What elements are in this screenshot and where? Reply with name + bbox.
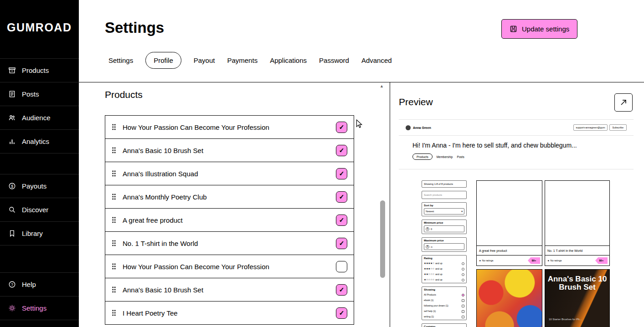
- preview-section-title: Preview: [399, 97, 433, 107]
- tab-payout[interactable]: Payout: [194, 52, 215, 68]
- product-visible-checkbox[interactable]: [336, 122, 347, 133]
- tab-profile[interactable]: Profile: [145, 52, 181, 69]
- sidebar-item-help[interactable]: ? Help: [0, 273, 79, 296]
- product-card[interactable]: No. 1 T-shirt in the World ★ No ratings …: [545, 180, 610, 266]
- sort-value: Newest: [426, 210, 434, 213]
- category-checkbox[interactable]: [462, 299, 464, 302]
- sidebar-item-discover[interactable]: Discover: [0, 198, 79, 222]
- product-card-image-paint[interactable]: [476, 269, 542, 327]
- update-settings-button[interactable]: Update settings: [501, 19, 577, 39]
- min-price-label: Minimum price: [424, 221, 464, 224]
- rating-radio[interactable]: [462, 273, 464, 276]
- store-tab-membership[interactable]: Membership: [437, 155, 453, 158]
- rating-option-label: and up: [435, 262, 442, 265]
- showing-option-label: writing (1): [424, 315, 434, 318]
- product-name: No. 1 T-shirt in the World: [123, 240, 198, 247]
- product-card-image-brush-set[interactable]: Anna's Basic 10 Brush Set 10 Starter Bru…: [545, 269, 610, 327]
- open-preview-button[interactable]: [614, 93, 633, 112]
- store-filters: Showing 1-8 of 8 products Search product…: [422, 180, 467, 327]
- drag-handle-icon[interactable]: [112, 216, 116, 224]
- store-tab-products[interactable]: Products: [412, 153, 433, 160]
- showing-option-label: ebook (1): [424, 299, 433, 302]
- category-checkbox[interactable]: [462, 305, 464, 307]
- product-rating: No ratings: [482, 259, 493, 262]
- product-visible-checkbox[interactable]: [336, 145, 347, 156]
- drag-handle-icon[interactable]: [112, 309, 116, 317]
- product-visible-checkbox[interactable]: [336, 284, 347, 296]
- tab-payments[interactable]: Payments: [227, 52, 258, 68]
- creator-name: Anna Green: [413, 126, 431, 129]
- tab-applications[interactable]: Applications: [270, 52, 307, 68]
- category-checkbox[interactable]: [462, 316, 464, 318]
- min-price-input[interactable]: $ 0: [424, 225, 464, 232]
- drag-handle-icon[interactable]: [112, 193, 116, 200]
- max-price-value: ∞: [431, 245, 433, 248]
- settings-tabs: Settings Profile Payout Payments Applica…: [108, 52, 392, 69]
- product-thumbnail: [545, 181, 609, 246]
- product-row: How Your Passion Can Become Your Profess…: [105, 255, 354, 278]
- rating-option: ★★☆☆☆ and up: [424, 273, 464, 276]
- sidebar-item-posts[interactable]: Posts: [0, 82, 79, 106]
- stars-icon: ★★☆☆☆: [424, 273, 434, 276]
- scrollbar-thumb[interactable]: [380, 200, 385, 278]
- drag-handle-icon[interactable]: [112, 147, 116, 154]
- sidebar-item-payouts[interactable]: $ Payouts: [0, 174, 79, 198]
- sort-select[interactable]: Newest ▾: [424, 208, 464, 215]
- all-products-radio[interactable]: [462, 294, 464, 296]
- products-section-title: Products: [105, 89, 143, 100]
- tab-settings[interactable]: Settings: [108, 52, 133, 68]
- category-checkbox[interactable]: [462, 310, 464, 313]
- sidebar-item-library[interactable]: Library: [0, 222, 79, 245]
- product-visible-checkbox[interactable]: [336, 191, 347, 203]
- drag-handle-icon[interactable]: [112, 123, 116, 131]
- contains-filter: Contains: [422, 323, 467, 327]
- product-visible-checkbox[interactable]: [336, 168, 347, 179]
- product-row: Anna's Illustration Squad: [105, 162, 354, 185]
- payouts-icon: $: [8, 182, 16, 190]
- product-visible-checkbox[interactable]: [336, 238, 347, 249]
- product-row: Anna's Basic 10 Brush Set: [105, 278, 354, 301]
- rating-filter: Rating ★★★★☆ and up ★★★☆☆ and up ★★: [422, 255, 467, 283]
- max-price-input[interactable]: $ ∞: [424, 243, 464, 250]
- rating-radio[interactable]: [462, 262, 464, 265]
- drag-handle-icon[interactable]: [112, 240, 116, 247]
- tab-advanced[interactable]: Advanced: [361, 52, 392, 68]
- sidebar-section-gap: [0, 153, 79, 174]
- subscribe-button[interactable]: Subscribe: [609, 124, 627, 131]
- scroll-up-arrow-icon[interactable]: ▲: [380, 84, 384, 88]
- sidebar-item-products[interactable]: Products: [0, 59, 79, 82]
- rating-radio[interactable]: [462, 279, 464, 281]
- gumroad-logo[interactable]: GUMROAD: [7, 21, 72, 34]
- product-row: I Heart Poetry Tee: [105, 301, 354, 325]
- panel-divider: [390, 82, 390, 327]
- posts-icon: [8, 90, 16, 98]
- drag-handle-icon[interactable]: [112, 263, 116, 270]
- product-row: A great free product: [105, 208, 354, 232]
- header-divider: [79, 82, 644, 82]
- main-content: Settings Update settings Settings Profil…: [79, 0, 644, 327]
- rating-radio[interactable]: [462, 268, 464, 271]
- sidebar-item-analytics[interactable]: Analytics: [0, 130, 79, 153]
- creator-email-button[interactable]: support+annagreen@gum: [573, 124, 607, 131]
- min-price-filter: Minimum price $ 0: [422, 220, 467, 234]
- storefront-preview: Anna Green support+annagreen@gum Subscri…: [399, 119, 634, 327]
- sidebar-item-settings[interactable]: Settings: [0, 296, 79, 320]
- store-tab-posts[interactable]: Posts: [457, 155, 464, 158]
- showing-filter: Showing All Products ebook (1) following…: [422, 286, 467, 320]
- tab-password[interactable]: Password: [319, 52, 349, 68]
- stars-icon: ★★★★☆: [424, 262, 434, 265]
- page-title: Settings: [105, 19, 164, 36]
- product-visible-checkbox[interactable]: [336, 307, 347, 319]
- store-search-input[interactable]: Search products: [422, 191, 467, 199]
- product-name: A great free product: [123, 216, 183, 224]
- product-visible-checkbox[interactable]: [336, 215, 347, 226]
- sidebar-item-label: Help: [22, 281, 36, 288]
- drag-handle-icon[interactable]: [112, 170, 116, 177]
- analytics-icon: [8, 138, 16, 146]
- rating-option-label: and up: [435, 267, 442, 271]
- drag-handle-icon[interactable]: [112, 286, 116, 293]
- product-card[interactable]: A great free product ★ No ratings $0+: [476, 180, 542, 266]
- product-cover-title: Anna's Basic 10 Brush Set: [545, 275, 609, 291]
- product-visible-checkbox[interactable]: [336, 261, 347, 272]
- sidebar-item-audience[interactable]: Audience: [0, 106, 79, 130]
